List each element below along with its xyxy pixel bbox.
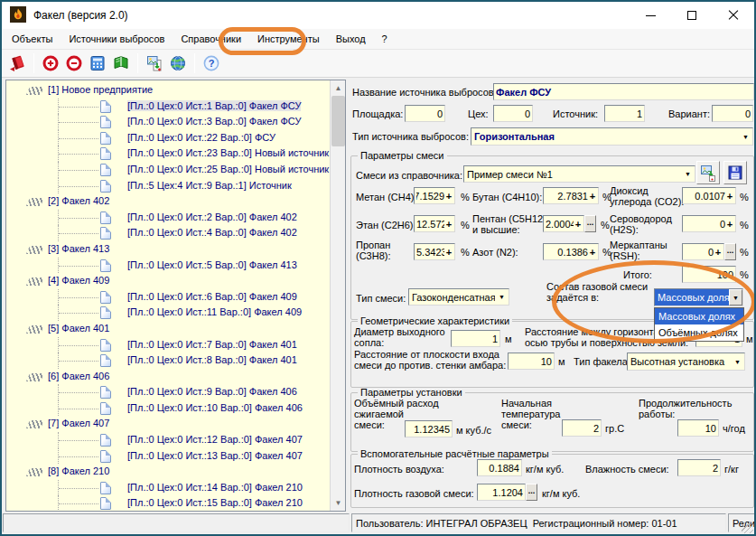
plus-icon[interactable]: [589, 247, 596, 258]
tree-item[interactable]: [Пл.:0 Цех:0 Ист.:1 Вар.:0] Факел ФСУ: [6, 99, 330, 115]
tree-item[interactable]: [Пл.:0 Цех:0 Ист.:11 Вар.:0] Факел 409: [6, 305, 330, 321]
propane-field[interactable]: 5.3423: [414, 243, 455, 260]
reference-mix-combo[interactable]: Пример смеси №1: [463, 165, 695, 183]
tree-item[interactable]: [Пл.:0 Цех:0 Ист.:7 Вар.:0] Факел 401: [6, 337, 330, 353]
tree-item[interactable]: [8] Факел 210: [6, 464, 330, 480]
tree-item[interactable]: [6] Факел 406: [6, 369, 330, 385]
plus-icon[interactable]: [589, 191, 596, 202]
menu-objects[interactable]: Объекты: [4, 30, 61, 48]
resize-grip-icon[interactable]: [742, 522, 753, 533]
tree-item[interactable]: [2] Факел 402: [6, 193, 330, 210]
dropdown-option-mass[interactable]: Массовых долях: [655, 308, 743, 324]
shop-field[interactable]: 0: [493, 105, 533, 122]
maximize-button[interactable]: [671, 2, 713, 29]
scroll-up-icon[interactable]: ▲: [332, 82, 344, 94]
minimize-button[interactable]: [630, 2, 671, 29]
plus-icon[interactable]: [445, 191, 453, 202]
tree-item[interactable]: [3] Факел 413: [6, 241, 330, 258]
import-mix-button[interactable]: [696, 161, 720, 184]
report-export-button[interactable]: [143, 52, 166, 75]
remove-source-button[interactable]: [62, 52, 86, 75]
reference-book-button[interactable]: [109, 52, 133, 75]
mix-type-combo[interactable]: Газоконденсатная: [408, 288, 509, 306]
status-panel-empty: [3, 513, 350, 532]
menu-emission-sources[interactable]: Источники выбросов: [61, 30, 173, 48]
chevron-down-icon[interactable]: [731, 353, 744, 370]
add-source-button[interactable]: [39, 52, 62, 75]
tree-item[interactable]: [Пл.:0 Цех:0 Ист.:14 Вар.:0] Факел 210: [6, 480, 330, 496]
dropdown-option-volume[interactable]: Объёмных долях: [655, 324, 743, 341]
temp-field[interactable]: 2: [562, 419, 602, 437]
tree-item[interactable]: [Пл.:0 Цех:0 Ист.:23 Вар.:0] Новый источ…: [6, 146, 330, 162]
menu-exit[interactable]: Выход: [328, 30, 374, 48]
composition-combo[interactable]: Массовых долях: [654, 288, 743, 306]
tree-item[interactable]: [Пл.:0 Цех:0 Ист.:5 Вар.:0] Факел 413: [6, 258, 330, 274]
tree-scrollbar[interactable]: ▲ ▼: [330, 80, 345, 511]
save-mix-button[interactable]: [723, 161, 747, 184]
menu-help[interactable]: ?: [374, 30, 396, 48]
duration-field[interactable]: 10: [677, 419, 719, 437]
air-density-field[interactable]: 0.1884: [477, 459, 522, 476]
scroll-thumb[interactable]: [331, 96, 345, 146]
ellipsis-button[interactable]: [724, 243, 736, 260]
gas-density-field[interactable]: 1.1204: [477, 484, 526, 501]
humidity-field[interactable]: 2: [677, 459, 721, 476]
site-label: Площадка:: [352, 108, 403, 119]
menu-references[interactable]: Справочники: [173, 30, 249, 48]
source-doc-icon: [100, 386, 111, 399]
tree-item[interactable]: [Пл.:0 Цех:0 Ист.:6 Вар.:0] Факел 409: [6, 289, 330, 306]
source-type-combo[interactable]: Горизонтальная: [471, 127, 753, 146]
tree-item[interactable]: [Пл.:0 Цех:0 Ист.:8 Вар.:0] Факел 401: [6, 353, 330, 369]
mercaptans-field[interactable]: 0: [682, 243, 724, 260]
calculator-button[interactable]: [86, 52, 109, 75]
tree-item[interactable]: [1] Новое предприятие: [6, 82, 330, 99]
tree-item[interactable]: [Пл.:5 Цех:4 Ист.:9 Вар.:1] Источник: [6, 178, 330, 194]
chevron-down-icon[interactable]: [681, 166, 695, 182]
tree-item[interactable]: [Пл.:0 Цех:0 Ист.:22 Вар.:0] ФСУ: [6, 130, 330, 146]
chevron-down-icon[interactable]: [495, 289, 509, 305]
database-exit-button[interactable]: [5, 52, 29, 75]
tree-item[interactable]: [Пл.:0 Цех:0 Ист.:9 Вар.:0] Факел 406: [6, 384, 330, 400]
ellipsis-button[interactable]: [526, 484, 537, 501]
tree-item[interactable]: [5] Факел 401: [6, 321, 330, 337]
chevron-down-icon[interactable]: [739, 128, 752, 145]
site-field[interactable]: 0: [405, 105, 445, 122]
ethane-field[interactable]: 12.572: [414, 215, 455, 232]
flow-field[interactable]: 1.12345: [405, 420, 453, 437]
menu-tools[interactable]: Инструменты: [249, 30, 328, 48]
plus-icon[interactable]: [445, 247, 453, 258]
co2-field[interactable]: 0.0107: [682, 187, 736, 204]
tree-item[interactable]: [Пл.:0 Цех:0 Ист.:3 Вар.:0] Факел ФСУ: [6, 114, 330, 130]
tree-item[interactable]: [Пл.:0 Цех:0 Ист.:2 Вар.:0] Факел 402: [6, 210, 330, 226]
nozzle-diameter-field[interactable]: 1: [451, 330, 500, 347]
plus-icon[interactable]: [726, 219, 733, 230]
plus-icon[interactable]: [574, 219, 582, 230]
source-number-field[interactable]: 1: [604, 105, 645, 122]
tree-item[interactable]: [4] Факел 409: [6, 273, 330, 289]
ellipsis-button[interactable]: [584, 215, 596, 232]
tree-item[interactable]: [Пл.:0 Цех:0 Ист.:13 Вар.:0] Факел 407: [6, 448, 330, 465]
tree-item[interactable]: [Пл.:0 Цех:0 Ист.:12 Вар.:0] Факел 407: [6, 432, 330, 448]
plus-icon[interactable]: [445, 219, 453, 230]
source-name-field[interactable]: Факел ФСУ: [493, 83, 754, 100]
methane-field[interactable]: 77.1529: [414, 187, 455, 204]
tree-item[interactable]: [Пл.:0 Цех:0 Ист.:10 Вар.:0] Факел 406: [6, 400, 330, 417]
pentane-field[interactable]: 2.0004: [543, 215, 584, 232]
tree-item[interactable]: [Пл.:0 Цех:0 Ист.:4 Вар.:0] Факел 402: [6, 225, 330, 241]
help-button[interactable]: ?: [200, 52, 223, 75]
scroll-down-icon[interactable]: ▼: [332, 497, 344, 509]
chevron-down-icon[interactable]: [729, 289, 742, 306]
tree-item[interactable]: [Пл.:0 Цех:0 Ист.:15 Вар.:0] Факел 210: [6, 495, 330, 511]
plus-icon[interactable]: [714, 247, 722, 258]
flare-type-combo[interactable]: Высотная установка: [627, 353, 745, 371]
internet-button[interactable]: [166, 52, 190, 75]
variant-field[interactable]: 0: [712, 105, 753, 122]
tree-item[interactable]: [Пл.:0 Цех:0 Ист.:25 Вар.:0] Новый источ…: [6, 162, 330, 178]
plus-icon[interactable]: [726, 191, 733, 202]
butane-field[interactable]: 2.7831: [543, 187, 599, 204]
h2s-field[interactable]: 0: [682, 215, 736, 232]
tree-item[interactable]: [7] Факел 407: [6, 416, 330, 432]
close-button[interactable]: [713, 2, 754, 29]
nitrogen-field[interactable]: 0.1386: [543, 243, 599, 260]
pit-distance-field[interactable]: 10: [508, 353, 555, 370]
